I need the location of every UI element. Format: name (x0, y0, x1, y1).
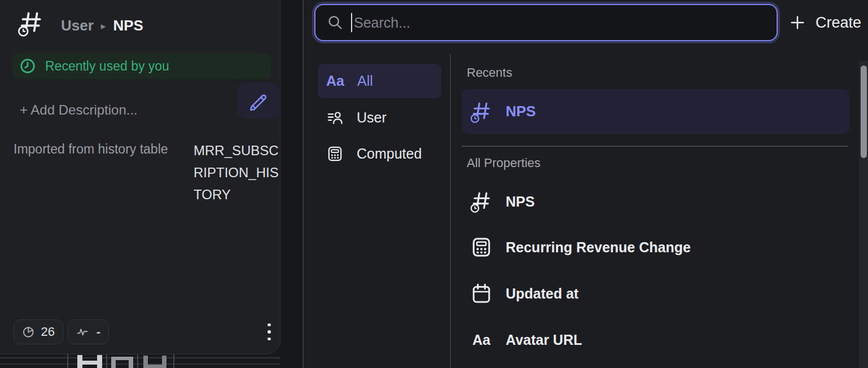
kebab-dot (268, 323, 271, 327)
result-label: NPS (506, 194, 534, 210)
decor-tick (67, 354, 68, 368)
decor-tick (173, 354, 174, 368)
property-row-avatar-url[interactable]: Aa Avatar URL (462, 317, 849, 362)
result-label: Avatar URL (506, 332, 582, 348)
decor-glyph (97, 355, 102, 368)
property-row-recurring-revenue-change[interactable]: Recurring Revenue Change (462, 225, 849, 270)
import-source-value: MRR_SUBSCRIPTION_HISTORY (194, 139, 283, 205)
decor-line (0, 363, 280, 365)
decor-line (0, 357, 280, 358)
search-input[interactable] (354, 15, 765, 31)
decor-tick (106, 354, 107, 368)
decor-glyph (143, 365, 166, 368)
breadcrumb: User ▸ NPS (61, 15, 143, 36)
kebab-dot (268, 330, 271, 334)
screen: User ▸ NPS Recently used by you + Add De… (0, 0, 868, 368)
numeric-history-icon (470, 190, 493, 213)
tabs-results-divider (450, 54, 451, 368)
pie-chart-icon (22, 325, 35, 339)
search-icon (327, 14, 344, 31)
tab-label: Computed (357, 146, 422, 162)
result-label: Recurring Revenue Change (506, 239, 691, 256)
pencil-icon (247, 89, 270, 113)
add-description-button[interactable]: + Add Description... (20, 102, 138, 119)
text-format-icon: Aa (470, 328, 493, 352)
recents-divider (462, 146, 848, 147)
numeric-history-icon (17, 9, 45, 40)
calculator-icon (470, 235, 493, 259)
text-caret (351, 13, 352, 32)
text-format-icon: Aa (326, 73, 344, 89)
tab-label: User (357, 109, 387, 126)
recent-item-nps[interactable]: NPS (462, 89, 849, 134)
calendar-icon (470, 282, 493, 305)
activity-icon (76, 325, 89, 339)
import-source-label: Imported from history table (14, 142, 190, 157)
property-count-value: 26 (41, 325, 55, 339)
result-label: Updated at (506, 286, 578, 302)
breadcrumb-current: NPS (113, 17, 143, 34)
recently-used-badge: Recently used by you (12, 53, 271, 79)
decor-glyph (82, 361, 97, 365)
result-label: NPS (506, 103, 536, 120)
chevron-right-icon: ▸ (101, 19, 106, 32)
tab-label: All (357, 73, 373, 89)
decor-glyph (77, 355, 82, 368)
search-input-box[interactable] (314, 4, 778, 41)
decor-glyph (111, 357, 133, 360)
property-row-nps[interactable]: NPS (462, 179, 849, 224)
trend-value: - (97, 325, 100, 339)
breadcrumb-parent[interactable]: User (61, 17, 94, 34)
kebab-dot (268, 338, 271, 341)
scrollbar-thumb[interactable] (861, 65, 867, 158)
calculator-icon (326, 145, 344, 163)
user-list-icon (326, 109, 344, 126)
edit-description-button[interactable] (237, 83, 279, 119)
filter-tab-computed[interactable]: Computed (318, 139, 441, 168)
filter-tab-user[interactable]: User (318, 103, 441, 132)
numeric-history-icon (470, 100, 493, 124)
create-button-label: Create (816, 14, 861, 32)
filter-tab-all[interactable]: Aa All (318, 64, 441, 98)
create-button[interactable]: Create (789, 10, 861, 35)
clock-icon (20, 58, 36, 74)
property-row-updated-at[interactable]: Updated at (462, 271, 849, 316)
property-count-chip[interactable]: 26 (14, 319, 63, 344)
trend-chip[interactable]: - (68, 319, 109, 344)
recents-heading: Recents (467, 65, 512, 81)
plus-icon (789, 14, 806, 31)
decor-tick (137, 354, 138, 368)
overflow-menu-button[interactable] (263, 320, 275, 344)
all-properties-heading: All Properties (467, 155, 541, 171)
recently-used-label: Recently used by you (45, 59, 169, 74)
